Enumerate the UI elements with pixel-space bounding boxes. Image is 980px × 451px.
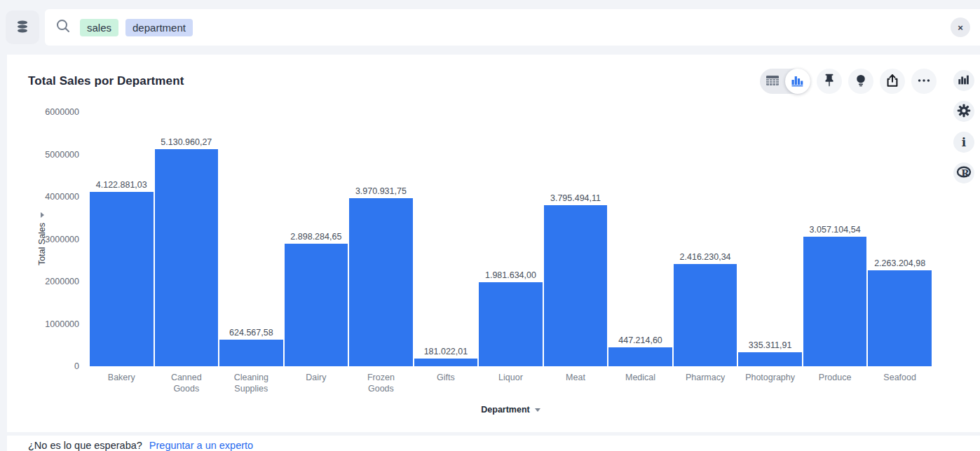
bar[interactable] [608,347,672,366]
bar-column: 3.795.494,11 [543,112,608,366]
search-token-department[interactable]: department [125,19,193,36]
search-token-sales[interactable]: sales [80,19,118,36]
bulb-icon [853,73,869,90]
x-tick-label: Seafood [867,373,932,394]
x-tick-label: Photography [737,373,803,394]
x-axis-labels: BakeryCanned GoodsCleaning SuppliesDairy… [89,373,932,394]
bar[interactable] [349,198,413,366]
insights-button[interactable] [848,69,873,94]
y-tick-label: 3000000 [45,235,79,244]
bar[interactable] [90,192,154,366]
x-tick-label: Frozen Goods [348,373,414,394]
x-tick-label: Bakery [89,373,154,394]
bar-value-label: 181.022,01 [424,347,468,356]
r-analysis-button[interactable]: R [953,162,974,183]
bar[interactable] [868,270,932,366]
chevron-down-icon [535,408,540,412]
bar-column: 2.416.230,34 [673,112,738,366]
x-axis-title[interactable]: Department [481,405,540,415]
bar[interactable] [285,244,348,366]
table-view-icon [765,74,780,90]
search-input[interactable]: sales department × [45,9,980,46]
x-tick-label: Dairy [284,373,349,394]
share-button[interactable] [880,69,905,94]
x-tick-label: Canned Goods [154,373,219,394]
close-icon: × [958,22,963,33]
bar-column: 2.898.284,65 [284,112,349,366]
x-axis-title-row: Department [89,405,932,415]
bar-value-label: 2.898.284,65 [290,232,341,242]
chart-view-button[interactable] [785,69,810,94]
x-tick-label: Pharmacy [673,373,738,394]
bar-value-label: 1.981.634,00 [485,270,536,280]
bar-column: 181.022,01 [414,112,479,366]
pin-icon [822,73,837,90]
x-tick-label: Cleaning Supplies [219,373,284,394]
y-tick-label: 1000000 [45,319,79,329]
chart-view-icon [791,74,805,90]
bar-value-label: 3.795.494,11 [550,193,601,203]
feedback-bar: ¿No es lo que esperaba? Preguntar a un e… [7,436,980,451]
table-view-button[interactable] [760,69,785,94]
y-tick-label: 2000000 [45,277,79,286]
r-logo-icon: R [955,164,972,183]
configure-button[interactable] [953,101,974,122]
answer-card: Total Sales por Department [7,55,980,432]
y-tick-label: 0 [74,361,79,371]
bar-value-label: 5.130.960,27 [161,137,212,147]
search-icon [55,18,72,37]
bar-column: 447.214,60 [608,112,673,366]
bar-value-label: 335.311,91 [749,340,792,350]
database-icon [14,18,31,37]
y-tick-label: 6000000 [45,107,79,117]
view-toggle [760,69,810,94]
bar-column: 2.263.204,98 [867,112,932,366]
bar-value-label: 3.970.931,75 [355,186,407,196]
bar-value-label: 4.122.881,03 [96,180,147,190]
bar-value-label: 624.567,58 [229,328,273,338]
bar-column: 335.311,91 [737,112,803,366]
x-tick-label: Liquor [478,373,543,394]
more-options-button[interactable] [911,69,937,94]
bar-column: 624.567,58 [219,112,284,366]
x-tick-label: Gifts [414,373,479,394]
bar-value-label: 447.214,60 [618,335,662,345]
bar-value-label: 3.057.104,54 [810,225,861,235]
share-icon [885,73,900,90]
pin-button[interactable] [817,69,842,94]
bar[interactable] [219,340,283,366]
feedback-prompt: ¿No es lo que esperaba? [28,440,142,451]
chart-type-button[interactable] [953,70,974,91]
bar[interactable] [674,264,737,366]
ellipsis-icon [916,73,932,90]
ask-expert-link[interactable]: Preguntar a un experto [149,440,253,451]
y-tick-label: 4000000 [45,192,79,202]
bar[interactable] [414,359,478,366]
bar-value-label: 2.416.230,34 [680,252,731,262]
chevron-down-icon [41,212,44,218]
bar[interactable] [155,149,219,366]
top-search-bar: sales department × [0,0,980,55]
chart-type-icon [958,74,970,88]
bars: 4.122.881,035.130.960,27624.567,582.898.… [89,112,932,366]
bar-value-label: 2.263.204,98 [874,258,925,268]
answer-title: Total Sales por Department [28,74,184,88]
data-source-button[interactable] [6,11,39,44]
x-axis-title-label: Department [481,405,529,415]
bar-column: 3.970.931,75 [348,112,414,366]
bar[interactable] [479,282,543,366]
bar[interactable] [803,237,867,366]
answer-toolbar [760,69,937,94]
x-tick-label: Produce [803,373,868,394]
plot-area: 0100000020000003000000400000050000006000… [89,112,932,366]
info-button[interactable]: i [953,132,974,153]
settings-gear-icon [957,104,971,120]
bar[interactable] [738,352,802,366]
right-icon-rail: i R [953,70,974,183]
info-icon: i [962,135,966,149]
y-axis-title-label: Total Sales [37,223,47,265]
bar-column: 3.057.104,54 [803,112,868,366]
bar[interactable] [544,205,608,366]
x-tick-label: Medical [608,373,673,394]
clear-search-button[interactable]: × [951,18,970,37]
